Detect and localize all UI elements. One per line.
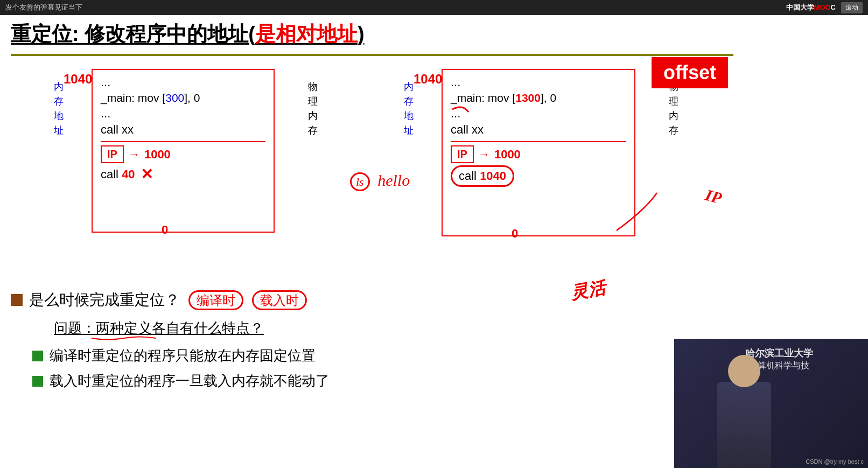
top-bar-right: 中国大学MOOC 滚动: [786, 2, 863, 13]
green-square-1-icon: [32, 351, 43, 361]
ls-annotation: ls: [350, 172, 370, 191]
video-inner: 哈尔滨工业大学 计算机科学与技 CSDN @try my best c: [674, 339, 868, 468]
question-text: 是么时候完成重定位？ 编译时 载入时: [29, 290, 307, 310]
right-addr-1300: 1300: [515, 92, 541, 104]
left-cross-mark: ✕: [141, 165, 153, 183]
presenter-body: [717, 382, 771, 468]
top-bar: 发个友善的弹幕见证当下 中国大学MOOC 滚动: [0, 0, 868, 15]
top-bar-left-text: 发个友善的弹幕见证当下: [5, 3, 82, 12]
left-line3: ...: [101, 107, 265, 121]
left-call-xx: call xx: [101, 123, 265, 137]
green-square-2-icon: [32, 376, 43, 387]
right-mem-label: 内 存 地 址: [404, 80, 414, 138]
left-ip-row: IP → 1000: [101, 141, 265, 163]
left-mem-label-text: 内: [54, 80, 64, 94]
right-call-num: 1040: [480, 169, 506, 183]
right-phys-mem: 物 理 内 存: [669, 80, 678, 138]
video-caption: CSDN @try my best c: [806, 458, 864, 465]
title-suffix: ): [358, 23, 365, 45]
right-call-ellipse: call 1040: [451, 165, 514, 187]
tag-load: 载入时: [252, 290, 307, 310]
tag-compile: 编译时: [188, 290, 243, 310]
scroll-button[interactable]: 滚动: [841, 2, 863, 13]
left-mem-label: 内 存 地 址: [54, 80, 64, 138]
right-ip-addr: 1000: [494, 148, 521, 162]
right-empty-area: [451, 187, 626, 230]
left-ip-addr: 1000: [144, 148, 171, 162]
ls-circle-text: ls hello: [350, 171, 410, 190]
title-underline: [11, 54, 733, 56]
right-line2: _main: mov [1300], 0: [451, 92, 626, 104]
sub-question: 问题：两种定义各自有什么特点？: [54, 319, 857, 338]
right-zero: 0: [512, 227, 518, 241]
left-zero: 0: [162, 223, 168, 237]
video-overlay: 哈尔滨工业大学 计算机科学与技 CSDN @try my best c: [674, 339, 868, 468]
right-diagram: 内 存 地 址 1040 ... _main: mov [1300], 0 ..…: [404, 69, 635, 236]
left-diagram: 内 存 地 址 1040 ... _main: mov [300], 0 ...…: [54, 69, 275, 233]
right-arrow: →: [478, 148, 490, 162]
title-highlight: 是相对地址: [255, 23, 358, 45]
ls-hello-annotation: ls hello: [350, 171, 410, 190]
presenter-area: [685, 360, 803, 468]
university-text: 哈尔滨工业大学: [682, 347, 868, 360]
bullet2-text: 载入时重定位的程序一旦载入内存就不能动了: [50, 372, 330, 390]
offset-label: offset: [652, 57, 728, 88]
presenter-head: [728, 355, 760, 387]
left-call-line: call 40 ✕: [101, 165, 265, 183]
bullet1-text: 编译时重定位的程序只能放在内存固定位置: [50, 346, 316, 365]
title-area: 重定位: 修改程序中的地址(是相对地址): [11, 20, 857, 48]
left-phys-mem: 物 理 内 存: [308, 80, 318, 138]
main-question-bullet: 是么时候完成重定位？ 编译时 载入时: [11, 290, 857, 310]
left-call-text: call 40: [101, 167, 135, 181]
left-addr-300: 300: [165, 92, 184, 104]
left-mem-addr: 1040: [64, 72, 92, 87]
right-ip-box: IP: [451, 145, 474, 163]
right-call-xx: call xx: [451, 123, 626, 137]
right-call-line: call 1040: [451, 165, 626, 187]
left-line2: _main: mov [300], 0: [101, 92, 265, 104]
left-mem-box: ... _main: mov [300], 0 ... call xx IP →…: [92, 69, 275, 233]
left-empty-area: [101, 183, 265, 226]
left-arrow: →: [128, 148, 140, 162]
title-prefix: 重定位: 修改程序中的地址(: [11, 23, 255, 45]
main-content: 重定位: 修改程序中的地址(是相对地址) offset 内 存 地 址 1040…: [0, 15, 868, 468]
page-title: 重定位: 修改程序中的地址(是相对地址): [11, 20, 365, 48]
brown-square-icon: [11, 294, 23, 306]
right-ip-row: IP → 1000: [451, 141, 626, 163]
mooc-logo: 中国大学MOOC: [786, 3, 836, 12]
left-call-num: 40: [122, 167, 135, 181]
right-mem-addr: 1040: [414, 72, 442, 87]
left-line1: ...: [101, 75, 265, 89]
right-mem-box: ... _main: mov [1300], 0 ... call xx IP …: [442, 69, 635, 236]
right-line1: ...: [451, 75, 626, 89]
ip-annotation: IP: [703, 186, 724, 208]
left-ip-box: IP: [101, 145, 124, 163]
right-line3: ...: [451, 107, 626, 121]
